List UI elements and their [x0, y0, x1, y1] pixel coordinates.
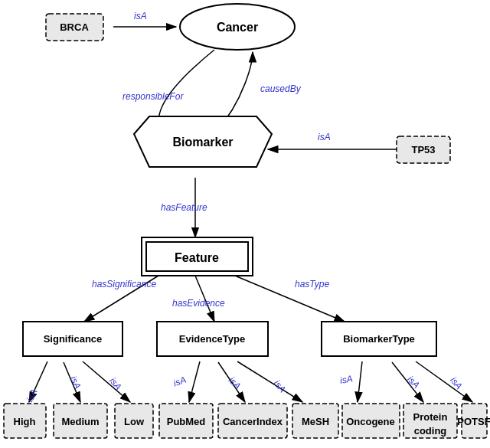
responsiblefor-label: responsibleFor [122, 91, 184, 102]
hastype-label: hasType [295, 279, 329, 289]
pubmed-label: PubMed [167, 416, 206, 427]
feature-label: Feature [175, 251, 219, 264]
ev-pubmed-isa: isA [172, 374, 188, 389]
hassignificance-label: hasSignificance [92, 279, 156, 289]
hasfeature-label: hasFeature [161, 202, 207, 213]
bt-potsf-edge [416, 361, 472, 402]
proteincoding-label2: coding [414, 425, 447, 437]
evidencetype-label: EvidenceType [179, 333, 245, 345]
potsf-label: POTSF [457, 416, 490, 427]
hasevidence-label: hasEvidence [172, 298, 225, 309]
ev-mesh-edge [237, 361, 302, 402]
biomarkertype-label: BiomarkerType [343, 333, 415, 345]
bt-potsf-isa: isA [448, 374, 464, 391]
tp53-isa-label: isA [318, 132, 331, 142]
mesh-label: MeSH [302, 416, 329, 427]
bt-proteincoding-isa: isA [405, 374, 422, 391]
cancerindex-label: CancerIndex [223, 416, 283, 427]
high-label: High [14, 416, 36, 427]
causedby-label: causedBy [260, 83, 302, 94]
bt-oncogene-edge [358, 361, 362, 402]
sig-high-isa: isA [24, 388, 40, 404]
oncogene-label: Oncogene [346, 416, 395, 427]
significance-label: Significance [44, 333, 103, 345]
low-label: Low [124, 416, 145, 427]
bt-oncogene-isa: isA [339, 373, 354, 386]
ev-pubmed-edge [189, 361, 200, 402]
biomarker-label: Biomarker [172, 136, 233, 149]
tp53-label: TP53 [411, 144, 435, 155]
sig-low-isa: isA [107, 375, 123, 392]
brca-label: BRCA [60, 21, 89, 33]
proteincoding-label1: Protein [413, 411, 448, 423]
medium-label: Medium [61, 416, 99, 427]
brca-isa-label: isA [134, 11, 147, 21]
cancer-label: Cancer [217, 21, 258, 34]
sig-low-edge [83, 361, 130, 402]
